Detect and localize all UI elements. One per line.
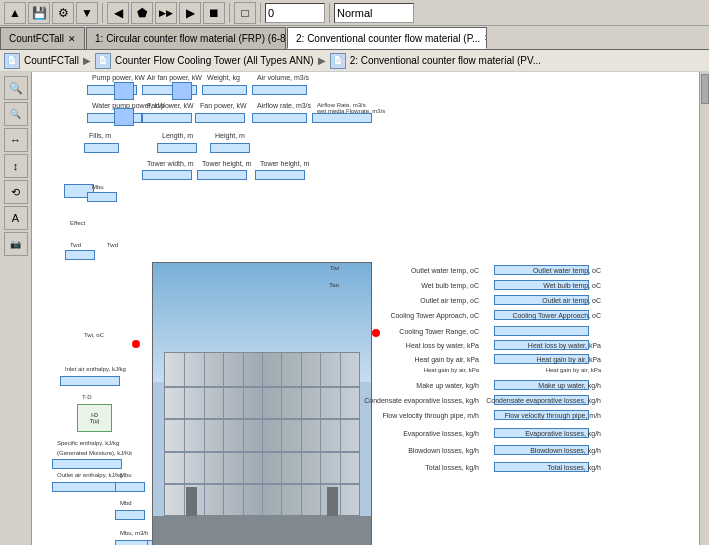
- bc-arrow-2: ▶: [318, 55, 326, 66]
- block-airflow-rate[interactable]: [252, 113, 307, 123]
- toolbar-btn-play[interactable]: ▶: [179, 2, 201, 24]
- block-weight[interactable]: [202, 85, 247, 95]
- block-td[interactable]: I-DT(u): [77, 404, 112, 432]
- tab-close-countfctall[interactable]: ✕: [68, 34, 76, 44]
- label-cta-2: Cooling Tower Approach, oC: [512, 312, 601, 319]
- label-mu-1: Make up water, kg/h: [416, 382, 479, 389]
- bc-icon-2: 📄: [95, 53, 111, 69]
- label-mbd: Mbd: [120, 500, 132, 506]
- label-twi-r: Twi: [330, 265, 339, 271]
- block-airflow-info[interactable]: [312, 113, 372, 123]
- label-hga-2: Heat gain by air, kPa: [536, 356, 601, 363]
- label-airflow-rate: Airflow rate, m3/s: [257, 102, 311, 109]
- toolbar-btn-back[interactable]: ◀: [107, 2, 129, 24]
- tab-close-conventional[interactable]: ✕: [484, 33, 487, 43]
- toolbar: ▲ 💾 ⚙ ▼ ◀ ⬟ ▶▶ ▶ ⏹ □ Normal: [0, 0, 709, 26]
- sidebar-rotate[interactable]: ⟲: [4, 180, 28, 204]
- toolbar-btn-up[interactable]: ▲: [4, 2, 26, 24]
- red-indicator-1: [132, 340, 140, 348]
- label-inlet-air: Inlet air enthalpy, kJ/kg: [65, 366, 126, 372]
- bc-arrow-1: ▶: [83, 55, 91, 66]
- label-air-vol: Air volume, m3/s: [257, 74, 309, 81]
- label-wb-2: Wet bulb temp, oC: [543, 282, 601, 289]
- block-mbu-top[interactable]: [87, 192, 117, 202]
- block-mbu2[interactable]: [115, 540, 150, 545]
- connector-box-1[interactable]: [114, 82, 134, 100]
- label-hgpb2: Heat gain by air, kPa: [546, 367, 601, 373]
- toolbar-btn-down[interactable]: ▼: [76, 2, 98, 24]
- label-oa-2: Outlet air temp, oC: [542, 297, 601, 304]
- sidebar-text[interactable]: A: [4, 206, 28, 230]
- label-out-tw-1: Outlet water temp, oC: [411, 267, 479, 274]
- connector-box-3[interactable]: [114, 108, 134, 126]
- block-twd[interactable]: [65, 250, 95, 260]
- label-ctr-1: Cooling Tower Range, oC: [399, 328, 479, 335]
- tab-countfctall[interactable]: CountFCTall ✕: [0, 27, 85, 49]
- tab-label: CountFCTall: [9, 33, 64, 44]
- toolbar-btn-ffwd[interactable]: ▶▶: [155, 2, 177, 24]
- label-twd2: Twd: [107, 242, 118, 248]
- toolbar-btn-save[interactable]: 💾: [28, 2, 50, 24]
- label-hlw-2: Heat loss by water, kPa: [528, 342, 601, 349]
- block-length[interactable]: [157, 143, 197, 153]
- block-specific[interactable]: [52, 459, 122, 469]
- main-area: 🔍 🔍 ↔ ↕ ⟲ A 📷 Pump power, kW Air fan pow…: [0, 72, 709, 545]
- sidebar-fit-v[interactable]: ↕: [4, 154, 28, 178]
- block-fan-power3[interactable]: [195, 113, 245, 123]
- diagram-canvas[interactable]: Pump power, kW Air fan power, kW Weight,…: [32, 72, 709, 545]
- separator-3: [260, 3, 261, 23]
- label-fan-power3: Fan power, kW: [200, 102, 247, 109]
- bc-text-2[interactable]: Counter Flow Cooling Tower (All Types AN…: [115, 55, 314, 66]
- label-out-tw-2: Outlet water temp, oC: [533, 267, 601, 274]
- tab-conventional[interactable]: 2: Conventional counter flow material (P…: [287, 27, 487, 49]
- toolbar-btn-box[interactable]: □: [234, 2, 256, 24]
- mode-display: Normal: [334, 3, 414, 23]
- label-generated: (Generated Moisture), kJ/Kit: [57, 450, 132, 456]
- tab-circular[interactable]: 1: Circular counter flow material (FRP) …: [86, 27, 286, 49]
- label-hgpb: Heat gain by air, kPa: [424, 367, 479, 373]
- label-ce-2: Condensate evaporative losses, kg/h: [486, 397, 601, 404]
- label-el-2: Evaporative losses, kg/h: [525, 430, 601, 437]
- toolbar-btn-shape[interactable]: ⬟: [131, 2, 153, 24]
- label-weight: Weight, kg: [207, 74, 240, 81]
- block-air-vol[interactable]: [252, 85, 307, 95]
- breadcrumb: 📄 CountFCTall ▶ 📄 Counter Flow Cooling T…: [0, 50, 709, 72]
- block-height[interactable]: [210, 143, 250, 153]
- bc-text-1[interactable]: CountFCTall: [24, 55, 79, 66]
- sidebar-zoom-in[interactable]: 🔍: [4, 76, 28, 100]
- sidebar-camera[interactable]: 📷: [4, 232, 28, 256]
- label-pump-power: Pump power, kW: [92, 74, 145, 81]
- block-fan-power2[interactable]: [142, 113, 192, 123]
- label-bl-2: Blowdown losses, kg/h: [530, 447, 601, 454]
- label-tl-1: Total losses, kg/h: [425, 464, 479, 471]
- block-mbu[interactable]: [115, 482, 145, 492]
- label-tao: Tao: [329, 282, 339, 288]
- toolbar-btn-settings[interactable]: ⚙: [52, 2, 74, 24]
- block-tower-height2[interactable]: [255, 170, 305, 180]
- scrollbar-v[interactable]: [699, 72, 709, 545]
- tab-bar: CountFCTall ✕ 1: Circular counter flow m…: [0, 26, 709, 50]
- label-fills: Fills, m: [89, 132, 111, 139]
- label-mbu-top: Mbu: [92, 184, 104, 190]
- toolbar-btn-stop[interactable]: ⏹: [203, 2, 225, 24]
- cooling-tower-photo: Counter Flow (Energy Model): [152, 262, 372, 545]
- sidebar-fit-h[interactable]: ↔: [4, 128, 28, 152]
- separator-1: [102, 3, 103, 23]
- block-tower-height[interactable]: [197, 170, 247, 180]
- red-indicator-2: [372, 329, 380, 337]
- connector-box-2[interactable]: [172, 82, 192, 100]
- zoom-input[interactable]: [265, 3, 325, 23]
- label-tower-height2: Tower height, m: [260, 160, 309, 167]
- label-oa-1: Outlet air temp, oC: [420, 297, 479, 304]
- bc-text-3[interactable]: 2: Conventional counter flow material (P…: [350, 55, 541, 66]
- block-fills[interactable]: [84, 143, 119, 153]
- sidebar-zoom-out[interactable]: 🔍: [4, 102, 28, 126]
- block-outlet-air[interactable]: [52, 482, 122, 492]
- block-tower-width[interactable]: [142, 170, 192, 180]
- tab-label: 1: Circular counter flow material (FRP) …: [95, 33, 286, 44]
- block-ctr-1[interactable]: [494, 326, 589, 336]
- separator-2: [229, 3, 230, 23]
- block-mbd[interactable]: [115, 510, 145, 520]
- block-inlet-air[interactable]: [60, 376, 120, 386]
- label-bl-1: Blowdown losses, kg/h: [408, 447, 479, 454]
